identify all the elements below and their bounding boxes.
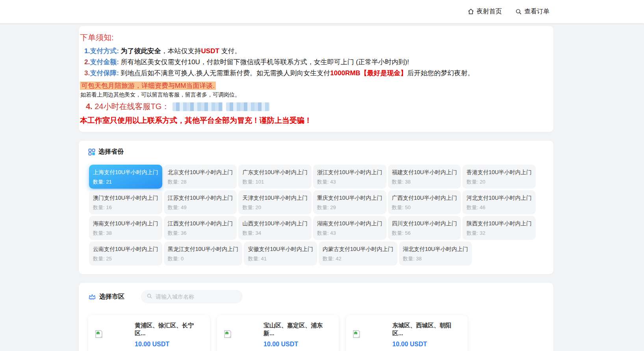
province-button-count: 数量: 43 — [317, 230, 382, 237]
province-button-count: 数量: 20 — [466, 178, 532, 186]
province-button-title: 河北支付10U半小时内上门 — [466, 194, 532, 202]
province-button-title: 黑龙江支付10U半小时内上门 — [168, 245, 239, 253]
image-placeholder-icon — [223, 330, 232, 340]
province-button[interactable]: 北京支付10U半小时内上门 数量: 28 — [164, 165, 237, 189]
city-card[interactable]: 东城区、西城区、朝阳区... 10.00 USDT 库存 100 — [346, 315, 468, 351]
province-button-title: 海南支付10U半小时内上门 — [93, 219, 158, 227]
province-button-count: 数量: 43 — [317, 178, 382, 186]
province-button[interactable]: 山西支付10U半小时内上门 数量: 34 — [238, 216, 312, 240]
province-button-count: 数量: 34 — [242, 230, 308, 237]
province-button[interactable]: 黑龙江支付10U半小时内上门 数量: 0 — [164, 241, 243, 266]
province-section-header: 选择省份 — [88, 148, 544, 156]
province-button-count: 数量: 49 — [168, 204, 233, 211]
province-button[interactable]: 湖北支付10U半小时内上门 数量: 38 — [399, 241, 472, 266]
province-button-title: 广东支付10U半小时内上门 — [242, 168, 308, 176]
province-button-title: 重庆支付10U半小时内上门 — [317, 194, 382, 202]
province-button-title: 湖南支付10U半小时内上门 — [317, 219, 382, 227]
grid-icon — [88, 149, 95, 156]
province-section-title: 选择省份 — [98, 148, 124, 156]
image-placeholder-icon — [352, 330, 361, 340]
province-button[interactable]: 海南支付10U半小时内上门 数量: 38 — [89, 216, 162, 240]
province-button-count: 数量: 20 — [242, 204, 308, 211]
province-button[interactable]: 广西支付10U半小时内上门 数量: 50 — [388, 190, 461, 214]
province-button-count: 数量: 29 — [317, 204, 382, 211]
province-button-title: 香港支付10U半小时内上门 — [466, 168, 532, 176]
province-button[interactable]: 广东支付10U半小时内上门 数量: 101 — [238, 165, 312, 189]
notice-line-payment-amount: 2.支付金额: 所有地区美女仅需支付10U，付款时留下微信或手机等联系方式，女生… — [84, 57, 546, 67]
province-button[interactable]: 福建支付10U半小时内上门 数量: 38 — [388, 165, 461, 189]
city-section-title: 选择市区 — [99, 293, 124, 301]
city-image-zone — [95, 321, 135, 348]
notice-title: 下单须知: — [80, 32, 546, 43]
city-card-price: 10.00 USDT — [135, 341, 204, 348]
province-button-title: 湖北支付10U半小时内上门 — [403, 245, 468, 253]
province-button-title: 四川支付10U半小时内上门 — [392, 219, 457, 227]
province-button-count: 数量: 41 — [248, 255, 313, 262]
city-search-input[interactable] — [156, 293, 237, 300]
province-button-count: 数量: 28 — [168, 178, 233, 186]
province-button[interactable]: 上海支付10U半小时内上门 数量: 21 — [89, 165, 162, 189]
province-button[interactable]: 重庆支付10U半小时内上门 数量: 29 — [313, 190, 386, 214]
crown-icon — [88, 293, 96, 300]
province-button-title: 陕西支付10U半小时内上门 — [466, 219, 532, 227]
nav-orders[interactable]: 查看订单 — [515, 7, 549, 16]
city-card[interactable]: 黄浦区、徐汇区、长宁区... 10.00 USDT 库存 100 — [88, 315, 210, 351]
province-button-count: 数量: 38 — [93, 230, 158, 237]
province-button-title: 内蒙古支付10U半小时内上门 — [323, 245, 393, 253]
province-button[interactable]: 浙江支付10U半小时内上门 数量: 43 — [313, 165, 386, 189]
notice-small-line: 如若看上周边其他美女，可以留言给客服，留言者多，可调岗位。 — [80, 91, 546, 98]
province-button[interactable]: 天津支付10U半小时内上门 数量: 20 — [238, 190, 312, 214]
province-button-count: 数量: 101 — [242, 178, 308, 186]
province-button-count: 数量: 21 — [93, 178, 158, 186]
province-button-count: 数量: 50 — [392, 204, 457, 211]
city-card-title: 东城区、西城区、朝阳区... — [392, 321, 461, 337]
province-button-title: 安徽支付10U半小时内上门 — [248, 245, 313, 253]
province-grid: 上海支付10U半小时内上门 数量: 21 北京支付10U半小时内上门 数量: 2… — [88, 164, 544, 266]
province-button-title: 浙江支付10U半小时内上门 — [317, 168, 382, 176]
province-button[interactable]: 陕西支付10U半小时内上门 数量: 32 — [462, 216, 536, 240]
province-button-title: 福建支付10U半小时内上门 — [392, 168, 457, 176]
province-button[interactable]: 云南支付10U半小时内上门 数量: 25 — [89, 241, 162, 266]
image-placeholder-icon — [95, 330, 103, 340]
notice-line-payment-guarantee: 3.支付保障: 到地点后如不满意可换人.换人无需重新付费。如无需换人则向女生支付… — [84, 68, 546, 78]
province-button[interactable]: 江苏支付10U半小时内上门 数量: 49 — [164, 190, 237, 214]
province-button[interactable]: 内蒙古支付10U半小时内上门 数量: 42 — [319, 241, 397, 266]
city-section-card: 选择市区 — [79, 283, 553, 351]
nav-home[interactable]: 夜射首页 — [468, 7, 502, 16]
province-button[interactable]: 江西支付10U半小时内上门 数量: 36 — [164, 216, 237, 240]
province-button-count: 数量: 38 — [403, 255, 468, 262]
province-button[interactable]: 湖南支付10U半小时内上门 数量: 43 — [313, 216, 386, 240]
province-button-title: 广西支付10U半小时内上门 — [392, 194, 457, 202]
city-section-header: 选择市区 — [88, 293, 124, 301]
province-button[interactable]: 澳门支付10U半小时内上门 数量: 16 — [89, 190, 162, 214]
province-button-count: 数量: 36 — [168, 230, 233, 237]
top-navigation-bar: 夜射首页 查看订单 — [0, 0, 644, 23]
province-button-count: 数量: 42 — [323, 255, 393, 262]
province-button-title: 江苏支付10U半小时内上门 — [168, 194, 233, 202]
notice-line-telegram: 4. 24小时在线客服TG： — [86, 101, 546, 112]
city-image-zone — [223, 321, 264, 348]
city-card-title: 宝山区、嘉定区、浦东新... — [264, 321, 332, 337]
notice-highlight-line: 可包天包月陪旅游，详细资费与MM当面详谈. — [80, 81, 546, 90]
blurred-telegram-handle — [226, 102, 269, 111]
province-button[interactable]: 安徽支付10U半小时内上门 数量: 41 — [244, 241, 317, 266]
city-card[interactable]: 宝山区、嘉定区、浦东新... 10.00 USDT 库存 100 — [217, 315, 339, 351]
search-icon — [515, 8, 522, 15]
city-search-box[interactable] — [141, 290, 243, 303]
blurred-telegram-handle — [173, 102, 223, 111]
city-image-zone — [352, 321, 392, 348]
nav-home-label: 夜射首页 — [477, 7, 502, 16]
province-section-card: 选择省份 上海支付10U半小时内上门 数量: 21 北京支付10U半小时内上门 … — [79, 141, 553, 274]
notice-warning-line: 本工作室只使用以上联系方式，其他平台全部为冒充！谨防上当受骗！ — [80, 115, 546, 126]
province-button[interactable]: 河北支付10U半小时内上门 数量: 46 — [462, 190, 536, 214]
city-card-price: 10.00 USDT — [392, 341, 461, 348]
province-button-title: 山西支付10U半小时内上门 — [242, 219, 308, 227]
province-button-title: 北京支付10U半小时内上门 — [168, 168, 233, 176]
notice-line-payment-method: 1.支付方式: 为了彼此安全，本站仅支持USDT 支付。 — [84, 46, 546, 56]
province-button[interactable]: 四川支付10U半小时内上门 数量: 56 — [388, 216, 461, 240]
city-card-title: 黄浦区、徐汇区、长宁区... — [135, 321, 204, 337]
province-button-count: 数量: 32 — [466, 230, 532, 237]
province-button-count: 数量: 56 — [392, 230, 457, 237]
province-button-count: 数量: 46 — [466, 204, 532, 211]
province-button[interactable]: 香港支付10U半小时内上门 数量: 20 — [462, 165, 536, 189]
